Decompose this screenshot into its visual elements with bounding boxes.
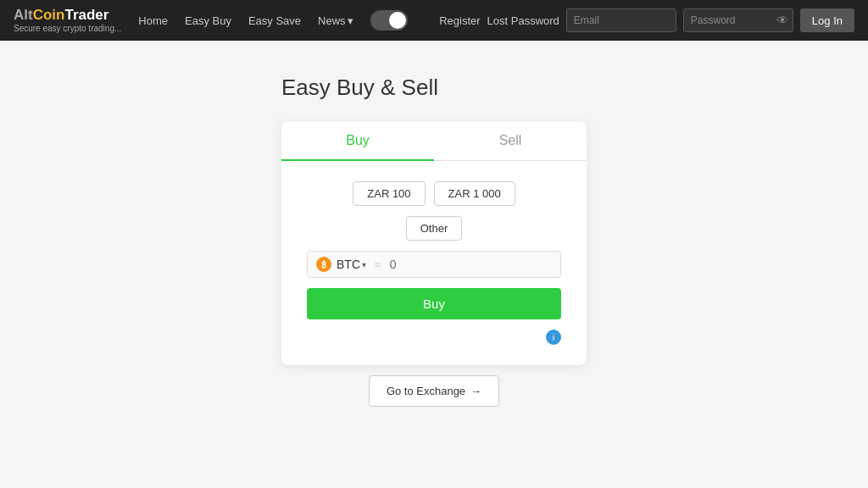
exchange-button[interactable]: Go to Exchange →: [369, 375, 499, 407]
nav-news[interactable]: News ▾: [311, 11, 360, 30]
crypto-selector: ₿ BTC ▾ ≈ 0: [307, 251, 561, 278]
toggle-knob: [389, 12, 406, 29]
crypto-divider: ≈: [375, 258, 381, 271]
crypto-dropdown[interactable]: BTC ▾: [337, 258, 366, 271]
tab-buy[interactable]: Buy: [281, 121, 434, 160]
page-title: Easy Buy & Sell: [281, 75, 438, 101]
btc-icon: ₿: [316, 257, 331, 272]
register-link[interactable]: Register: [439, 14, 480, 27]
amount-btn-1000[interactable]: ZAR 1 000: [434, 181, 515, 206]
chevron-down-icon: ▾: [348, 14, 353, 27]
amount-buttons: ZAR 100 ZAR 1 000: [353, 181, 515, 206]
brand-name: AltCoinTrader: [14, 8, 121, 24]
login-button[interactable]: Log In: [800, 8, 854, 32]
tagline: Secure easy crypto trading...: [14, 24, 121, 33]
navbar: AltCoinTrader Secure easy crypto trading…: [0, 0, 868, 41]
crypto-symbol: BTC: [337, 258, 360, 271]
theme-toggle[interactable]: [370, 10, 408, 30]
exchange-label: Go to Exchange: [387, 385, 465, 397]
nav-easy-buy[interactable]: Easy Buy: [178, 11, 238, 30]
password-wrap: 👁: [683, 8, 793, 32]
amount-btn-100[interactable]: ZAR 100: [353, 181, 425, 206]
card-body: ZAR 100 ZAR 1 000 Other ₿ BTC ▾ ≈ 0 Buy …: [281, 161, 587, 365]
other-row: Other: [406, 216, 463, 241]
card: Buy Sell ZAR 100 ZAR 1 000 Other ₿ BTC ▾…: [281, 121, 587, 365]
eye-icon[interactable]: 👁: [776, 14, 788, 27]
caret-icon: ▾: [362, 260, 366, 269]
navbar-auth: Register Lost Password 👁 Log In: [439, 8, 854, 32]
nav-links: Home Easy Buy Easy Save News ▾: [131, 10, 429, 30]
arrow-icon: →: [470, 385, 481, 397]
main-content: Easy Buy & Sell Buy Sell ZAR 100 ZAR 1 0…: [0, 41, 868, 424]
nav-home[interactable]: Home: [131, 11, 175, 30]
crypto-value: 0: [390, 258, 397, 271]
tab-sell[interactable]: Sell: [434, 121, 587, 160]
brand: AltCoinTrader Secure easy crypto trading…: [14, 8, 121, 33]
buy-button[interactable]: Buy: [307, 288, 561, 319]
info-row: i: [307, 330, 561, 348]
email-input[interactable]: [566, 8, 676, 32]
info-icon[interactable]: i: [546, 330, 561, 345]
nav-easy-save[interactable]: Easy Save: [242, 11, 308, 30]
tabs: Buy Sell: [281, 121, 587, 161]
other-button[interactable]: Other: [406, 216, 463, 241]
lost-password-link[interactable]: Lost Password: [487, 14, 559, 27]
